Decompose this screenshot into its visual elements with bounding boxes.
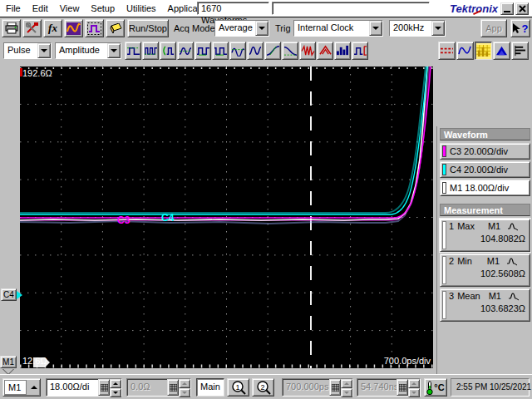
spin-up-icon (113, 380, 118, 385)
meas-period-button[interactable] (195, 42, 211, 60)
meas-width-button[interactable] (212, 42, 229, 60)
meas-risetime-button[interactable] (264, 42, 281, 60)
magnifier-1-icon: 1 (231, 381, 246, 395)
measure-category-dropdown-arrow[interactable] (37, 43, 51, 58)
spin-up-icon (411, 380, 416, 385)
keypad-button[interactable] (167, 379, 179, 396)
chevron-up-icon (31, 382, 37, 389)
select-waveform-button[interactable] (85, 19, 104, 37)
clear-data-button[interactable] (106, 19, 125, 37)
measure-category-select[interactable]: Pulse (3, 42, 52, 59)
zoom-1-button[interactable]: 1 (227, 378, 249, 397)
meas-falltime-icon (283, 45, 298, 57)
tools-button[interactable] (22, 19, 42, 37)
keypad-icon (332, 384, 339, 392)
run-stop-button[interactable]: Run/Stop (127, 19, 169, 37)
waveform-database-button[interactable] (64, 19, 83, 37)
mean-name: Mean (457, 291, 480, 301)
trig-frequency-value: 200kHz (390, 21, 431, 36)
triangle-mask-icon (495, 45, 509, 57)
meas-falltime-button[interactable] (282, 42, 298, 60)
keypad-button[interactable] (397, 379, 408, 396)
trig-label: Trig (275, 23, 291, 33)
trig-frequency-select[interactable]: 200kHz (389, 20, 446, 37)
meas-cycle-button[interactable] (247, 42, 264, 60)
keypad-button[interactable] (329, 379, 341, 396)
measurement-button-min[interactable]: 2 Min M1 102.5608Ω (440, 254, 530, 287)
max-source-color (442, 221, 446, 249)
meas-high-button[interactable] (125, 42, 141, 60)
print-button[interactable] (2, 19, 21, 37)
mean-value: 103.6823Ω (449, 303, 527, 313)
meas-cycle-icon (249, 45, 263, 57)
meas-low-icon (144, 45, 158, 57)
histogram-mode-button[interactable] (475, 42, 492, 60)
trace-label-c4[interactable]: C4 (161, 212, 175, 224)
trace-selector[interactable]: M1 (2, 378, 41, 397)
meas-bitrate-button[interactable] (334, 42, 351, 60)
menu-setup[interactable]: Setup (85, 0, 121, 17)
math-fx-button[interactable]: fx (43, 19, 62, 37)
meas-frequency-button[interactable] (229, 42, 246, 60)
meas-mid-icon (179, 45, 193, 57)
meas-mid-button[interactable] (177, 42, 194, 60)
meas-bitrate-icon (336, 45, 350, 57)
trace-selector-open-arrow[interactable] (27, 379, 40, 396)
meas-low-button[interactable] (142, 42, 159, 60)
menu-file[interactable]: File (0, 0, 27, 17)
spin-down-icon (113, 392, 118, 397)
vertical-scale-spinner[interactable] (110, 379, 121, 396)
pulse-meas-icon (506, 256, 518, 266)
trig-source-select[interactable]: Internal Clock (293, 20, 383, 37)
mask-test-button[interactable] (493, 42, 510, 60)
app-button: App (480, 19, 507, 37)
menu-edit[interactable]: Edit (27, 0, 54, 17)
max-index: 1 (449, 221, 454, 231)
trig-source-value: Internal Clock (294, 21, 369, 36)
pulse-meas-icon (507, 221, 519, 231)
meas-width-icon (214, 45, 228, 57)
menu-view[interactable]: View (54, 0, 86, 17)
acq-mode-select[interactable]: Average (214, 20, 269, 37)
vertical-scale-field[interactable]: 18.00Ω/di (46, 378, 122, 397)
waveform-button-m1[interactable]: M1 18.00Ω/div (440, 180, 530, 196)
min-value: 102.5608Ω (449, 268, 527, 278)
meas-amplitude-button[interactable] (160, 42, 176, 60)
waveform-counter: 1670 Waveforms (197, 2, 269, 15)
acq-mode-dropdown-arrow[interactable] (255, 21, 268, 36)
meas-gated-button[interactable] (352, 42, 368, 60)
fx-icon: fx (48, 22, 57, 35)
trace-label-c3[interactable]: C3 (117, 214, 131, 226)
spin-up-button[interactable] (110, 379, 121, 388)
waveform-button-c3[interactable]: C3 20.00Ω/div (440, 143, 530, 160)
close-button[interactable] (515, 2, 529, 15)
keypad-button[interactable] (98, 379, 110, 396)
spin-down-icon (411, 392, 416, 397)
spin-down-button[interactable] (110, 388, 121, 397)
measurement-button-mean[interactable]: 3 Mean M1 103.6823Ω (440, 288, 530, 322)
zoom-1-number: 1 (235, 382, 239, 391)
keypad-icon (101, 384, 108, 392)
trig-frequency-dropdown-arrow[interactable] (431, 21, 445, 36)
measure-type-select[interactable]: Amplitude (55, 42, 121, 59)
meas-burst-button[interactable] (299, 42, 316, 60)
measurement-button-max[interactable]: 1 Max M1 104.8082Ω (440, 219, 530, 252)
trig-source-dropdown-arrow[interactable] (369, 21, 382, 36)
temperature-button[interactable]: °C (424, 378, 447, 397)
measure-type-dropdown-arrow[interactable] (107, 43, 121, 58)
context-help-button[interactable]: ? (510, 19, 530, 37)
vertical-histogram-button[interactable] (511, 42, 529, 60)
minimize-button[interactable] (500, 2, 514, 15)
c4-reference-marker[interactable]: C4 (1, 288, 27, 301)
waveform-button-c4[interactable]: C4 20.00Ω/div (440, 161, 530, 178)
cursors-button[interactable] (438, 42, 456, 60)
main-view-button[interactable]: Main (196, 378, 224, 397)
minimize-icon (504, 11, 510, 12)
meas-burst2-icon (318, 45, 332, 57)
zoom-2-button[interactable]: 2 (252, 378, 274, 397)
menu-utilities[interactable]: Utilities (121, 0, 161, 17)
meas-burst2-button[interactable] (317, 42, 333, 60)
c4-color-swatch (442, 164, 446, 175)
waveform-display-button[interactable] (456, 42, 474, 60)
waveform-icon (66, 22, 81, 35)
